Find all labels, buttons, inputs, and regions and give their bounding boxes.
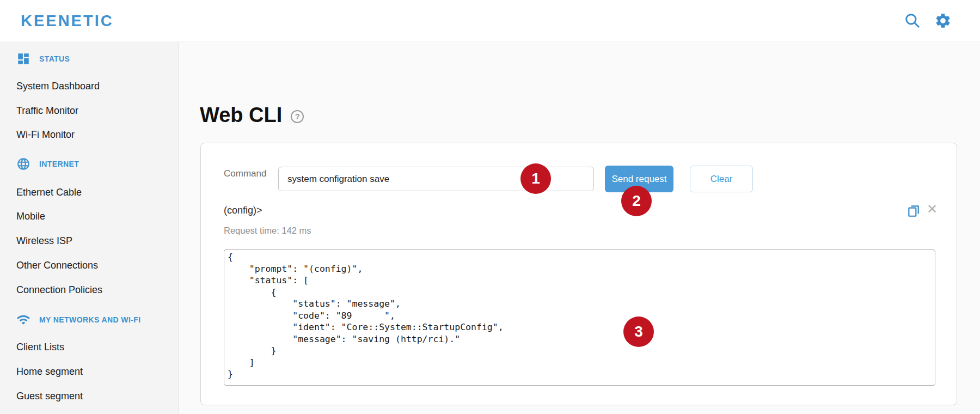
sidebar-section-label: INTERNET bbox=[39, 160, 79, 168]
dashboard-icon bbox=[16, 52, 30, 66]
wifi-icon bbox=[16, 313, 30, 327]
search-icon[interactable] bbox=[904, 12, 921, 29]
sidebar-section-my-networks[interactable]: MY NETWORKS AND WI-FI bbox=[16, 313, 141, 327]
page-title-row: Web CLI ? bbox=[200, 104, 304, 127]
sidebar-item-system-dashboard[interactable]: System Dashboard bbox=[16, 81, 100, 92]
sidebar-section-label: MY NETWORKS AND WI-FI bbox=[39, 315, 141, 324]
cli-output: { "prompt": "(config)", "status": [ { "s… bbox=[224, 249, 935, 386]
command-label: Command bbox=[224, 168, 266, 179]
annotation-badge-1: 1 bbox=[520, 163, 551, 194]
request-time: Request time: 142 ms bbox=[224, 226, 311, 236]
sidebar-item-other-connections[interactable]: Other Connections bbox=[16, 260, 98, 271]
sidebar-item-guest-segment[interactable]: Guest segment bbox=[16, 391, 83, 402]
help-icon[interactable]: ? bbox=[291, 110, 304, 123]
sidebar-item-ethernet-cable[interactable]: Ethernet Cable bbox=[16, 187, 82, 198]
top-header: KEENETIC bbox=[0, 0, 980, 41]
main-content: Web CLI ? Parse REST Command Send reques… bbox=[179, 42, 980, 414]
globe-icon bbox=[16, 157, 30, 171]
sidebar-item-connection-policies[interactable]: Connection Policies bbox=[16, 284, 102, 296]
annotation-badge-2: 2 bbox=[621, 186, 652, 216]
cli-prompt: (config)> bbox=[224, 205, 262, 216]
sidebar-nav: STATUS System Dashboard Traffic Monitor … bbox=[0, 42, 179, 414]
sidebar-item-mobile[interactable]: Mobile bbox=[16, 211, 45, 222]
clear-button[interactable]: Clear bbox=[690, 166, 753, 192]
gear-icon[interactable] bbox=[934, 12, 952, 29]
sidebar-item-wireless-isp[interactable]: Wireless ISP bbox=[16, 235, 72, 247]
webcli-card: Command Send request Clear (config)> ✕ R… bbox=[200, 143, 957, 405]
copy-icon[interactable] bbox=[906, 204, 921, 218]
page-title: Web CLI bbox=[200, 104, 282, 127]
keenetic-logo: KEENETIC bbox=[21, 12, 114, 30]
sidebar-section-status[interactable]: STATUS bbox=[16, 52, 70, 66]
sidebar-item-client-lists[interactable]: Client Lists bbox=[16, 342, 64, 353]
sidebar-item-home-segment[interactable]: Home segment bbox=[16, 366, 83, 378]
sidebar-item-wifi-monitor[interactable]: Wi-Fi Monitor bbox=[16, 129, 75, 141]
sidebar-section-label: STATUS bbox=[39, 54, 70, 63]
close-icon[interactable]: ✕ bbox=[925, 202, 939, 216]
sidebar-section-internet[interactable]: INTERNET bbox=[16, 157, 79, 171]
annotation-badge-3: 3 bbox=[623, 316, 654, 347]
sidebar-item-traffic-monitor[interactable]: Traffic Monitor bbox=[16, 105, 78, 117]
